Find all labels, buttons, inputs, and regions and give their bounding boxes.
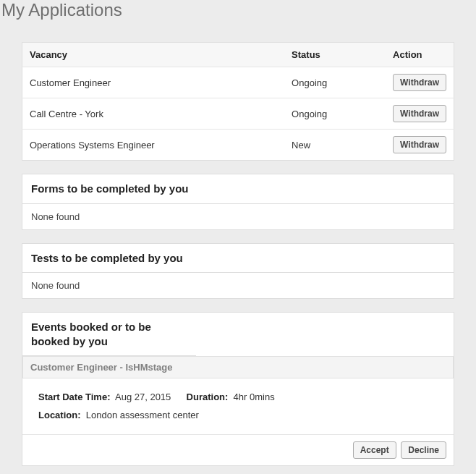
event-item: Customer Engineer - IsHMstage Start Date… xyxy=(22,356,454,465)
vacancy-cell: Call Centre - York xyxy=(22,98,285,130)
forms-heading: Forms to be completed by you xyxy=(22,174,454,204)
tests-empty: None found xyxy=(22,273,454,298)
table-row: Call Centre - York Ongoing Withdraw xyxy=(22,98,454,130)
action-cell: Withdraw xyxy=(386,98,454,130)
events-section: Events booked or to be booked by you Cus… xyxy=(22,312,454,466)
action-cell: Withdraw xyxy=(386,130,454,161)
status-cell: Ongoing xyxy=(284,67,386,98)
start-label: Start Date Time: xyxy=(38,392,110,402)
event-details: Start Date Time: Aug 27, 2015 Duration: … xyxy=(22,378,454,434)
status-cell: New xyxy=(284,130,386,161)
events-heading: Events booked or to be booked by you xyxy=(22,313,196,356)
forms-empty: None found xyxy=(22,204,454,229)
location-label: Location: xyxy=(38,410,81,420)
col-action: Action xyxy=(386,43,454,67)
status-cell: Ongoing xyxy=(284,98,386,130)
table-row: Customer Engineer Ongoing Withdraw xyxy=(22,67,454,98)
withdraw-button[interactable]: Withdraw xyxy=(393,105,446,122)
duration-value: 4hr 0mins xyxy=(234,392,275,402)
forms-section: Forms to be completed by you None found xyxy=(22,174,454,230)
col-vacancy: Vacancy xyxy=(22,43,285,67)
accept-button[interactable]: Accept xyxy=(353,441,396,459)
page-title: My Applications xyxy=(0,0,476,27)
table-header-row: Vacancy Status Action xyxy=(22,43,454,67)
location-value: London assessment center xyxy=(86,410,199,420)
event-subtitle: Customer Engineer - IsHMstage xyxy=(22,356,454,378)
start-value: Aug 27, 2015 xyxy=(115,392,171,402)
withdraw-button[interactable]: Withdraw xyxy=(393,74,446,91)
duration-label: Duration: xyxy=(187,392,229,402)
event-actions: Accept Decline xyxy=(22,434,454,465)
vacancy-cell: Customer Engineer xyxy=(22,67,285,98)
vacancy-cell: Operations Systems Engineer xyxy=(22,130,285,161)
tests-heading: Tests to be completed by you xyxy=(22,244,454,274)
withdraw-button[interactable]: Withdraw xyxy=(393,136,446,153)
applications-table: Vacancy Status Action Customer Engineer … xyxy=(22,42,454,161)
col-status: Status xyxy=(284,43,386,67)
table-row: Operations Systems Engineer New Withdraw xyxy=(22,130,454,161)
decline-button[interactable]: Decline xyxy=(401,441,446,459)
tests-section: Tests to be completed by you None found xyxy=(22,243,454,300)
action-cell: Withdraw xyxy=(386,67,454,98)
